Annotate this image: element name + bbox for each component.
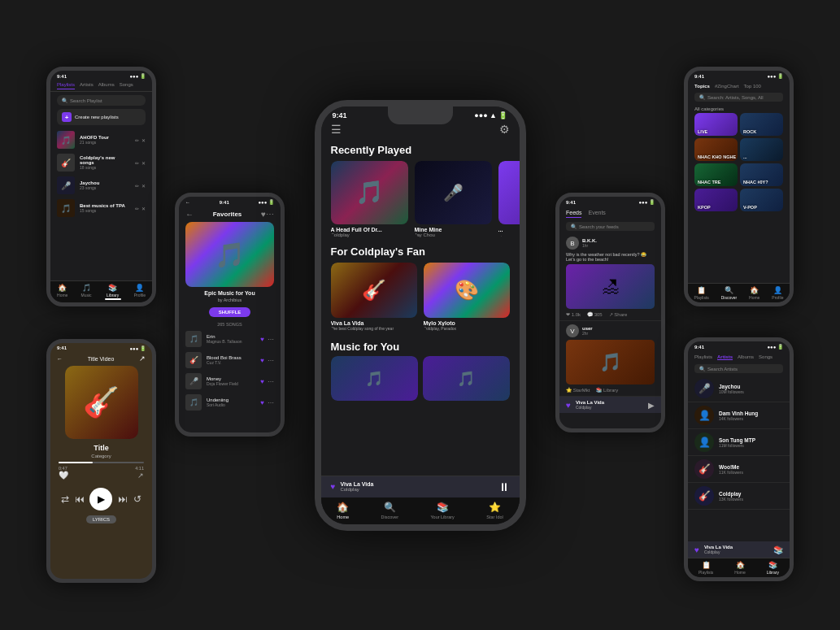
- tab-feeds[interactable]: Feeds: [566, 210, 581, 218]
- nav-star-center[interactable]: ⭐ Star Idol: [486, 502, 503, 519]
- np3-play-button[interactable]: ▶: [89, 488, 112, 511]
- nav-library-l1[interactable]: 📚Library: [105, 284, 121, 300]
- feed-library-1[interactable]: 📚 Library: [596, 387, 618, 393]
- artist-item-2[interactable]: 👤 Son Tung MTP 11M followers: [688, 429, 790, 456]
- artist-item-0[interactable]: 🎤 Jaychou 10M followers: [688, 376, 790, 402]
- feed-share-0[interactable]: ↗ Share: [609, 311, 628, 317]
- fav-track-1[interactable]: 🎸 Blood Boi Brass Cuz T.V. ♥ ⋯: [179, 350, 281, 371]
- r2-nav-discover[interactable]: 🔍Discover: [721, 286, 737, 300]
- topic-card-2[interactable]: NHAC KHO NGHE: [694, 138, 738, 161]
- search-playlist[interactable]: 🔍 Search Playlist: [57, 95, 146, 106]
- settings-icon[interactable]: ⚙: [499, 123, 510, 136]
- topic-card-7[interactable]: V-POP: [740, 189, 783, 211]
- shuffle-btn[interactable]: SHUFFLE: [209, 307, 251, 317]
- tab-topics[interactable]: Topics: [694, 84, 710, 89]
- tab-artists-r3[interactable]: Artists: [717, 354, 733, 360]
- back-icon-l2[interactable]: ←: [185, 200, 190, 205]
- nav-music-l1[interactable]: 🎵Music: [81, 284, 91, 300]
- mfy-card-1[interactable]: 🎵: [423, 356, 510, 401]
- nav-discover-center[interactable]: 🔍 Discover: [381, 502, 398, 519]
- topic-card-4[interactable]: NHAC TRE: [694, 163, 738, 186]
- track-dots-1[interactable]: ⋯: [268, 357, 274, 364]
- nav-discover-label: Discover: [381, 515, 398, 519]
- fav-track-2[interactable]: 🎤 Money Doja Flower Field ♥ ⋯: [179, 371, 281, 392]
- r3-nav-home[interactable]: 🏠Home: [734, 561, 745, 575]
- back-arrow-l2[interactable]: ←: [185, 210, 194, 219]
- np3-shuffle-icon[interactable]: ⇄: [61, 493, 69, 505]
- more-icon-l2[interactable]: ⋯: [266, 210, 274, 219]
- topics-search[interactable]: 🔍 Search: Artists, Songs, All: [694, 93, 783, 102]
- rp-card-0[interactable]: 🎵 A Head Full Of Dr... Coldplay: [331, 161, 408, 237]
- feed-likes-0[interactable]: ❤ 1.0k: [566, 311, 581, 317]
- tab-songs-r3[interactable]: Songs: [759, 354, 773, 360]
- np3-repeat-icon[interactable]: ↺: [133, 493, 141, 505]
- tab-playlists-r3[interactable]: Playlists: [694, 354, 712, 360]
- topic-card-0[interactable]: LIVE: [694, 113, 738, 136]
- tab-albums-r3[interactable]: Albums: [738, 354, 754, 360]
- r1-play-icon[interactable]: ▶: [648, 401, 655, 410]
- track-heart-0[interactable]: ♥: [260, 336, 264, 343]
- np3-share-icon[interactable]: ↗: [139, 354, 146, 363]
- track-heart-1[interactable]: ♥: [260, 357, 264, 364]
- mfy-card-0[interactable]: 🎵: [331, 356, 418, 401]
- np3-more-icon[interactable]: ↗: [137, 471, 144, 480]
- topic-card-1[interactable]: ROCK: [740, 113, 783, 136]
- track-heart-3[interactable]: ♥: [260, 399, 264, 406]
- np3-back-icon[interactable]: ←: [57, 356, 63, 362]
- track-dots-3[interactable]: ⋯: [268, 399, 274, 406]
- tab-songs-l1[interactable]: Songs: [120, 82, 133, 89]
- tab-events[interactable]: Events: [588, 210, 605, 218]
- status-icons-2: ●●● 🔋: [258, 199, 274, 205]
- np3-next-icon[interactable]: ⏭: [118, 493, 128, 505]
- topic-card-5[interactable]: NHAC #0Y?: [740, 163, 783, 186]
- r3-nav-playlists[interactable]: 📋Playlists: [699, 561, 713, 575]
- nav-home-center[interactable]: 🏠 Home: [337, 502, 349, 519]
- r3-heart-icon[interactable]: ♥: [694, 545, 699, 554]
- playlist-item[interactable]: 🎵 AHOFD Tour 21 songs ✏✕: [50, 128, 152, 151]
- lyrics-button[interactable]: LYRICS: [86, 515, 116, 524]
- tab-zing-chart[interactable]: #ZingChart: [715, 84, 739, 89]
- r3-library-icon[interactable]: 📚: [773, 545, 783, 554]
- nav-home-l1[interactable]: 🏠Home: [57, 284, 67, 300]
- track-heart-2[interactable]: ♥: [260, 378, 264, 385]
- menu-icon[interactable]: ☰: [331, 123, 342, 136]
- r3-nav-library[interactable]: 📚Library: [767, 561, 779, 575]
- r2-nav-profile[interactable]: 👤Profile: [772, 286, 783, 300]
- r2-nav-home[interactable]: 🏠Home: [749, 286, 759, 300]
- np3-progress-bar[interactable]: [59, 462, 144, 463]
- fan-card-0[interactable]: 🎸 Viva La Vida The best Coldplay song of…: [331, 263, 417, 332]
- fan-card-1[interactable]: 🎨 Mylo Xyloto Coldplay, Paradox: [424, 263, 510, 332]
- feeds-search[interactable]: 🔍 Search your feeds: [566, 222, 655, 231]
- artist-item-1[interactable]: 👤 Dam Vinh Hung 14K followers: [688, 402, 790, 429]
- rp-card-1[interactable]: 🎤 Mine Mine Jay Chou: [415, 161, 492, 237]
- artist-item-3[interactable]: 🎸 Woo!Me 11K followers: [688, 456, 790, 483]
- r2-nav-playlists[interactable]: 📋Playlists: [694, 286, 708, 300]
- playlist-item[interactable]: 🎸 Coldplay's new songs 18 songs ✏✕: [50, 151, 152, 174]
- playlist-item[interactable]: 🎤 Jaychou 23 songs ✏✕: [50, 174, 152, 197]
- tab-artists-l1[interactable]: Artists: [80, 82, 94, 89]
- nav-library-center[interactable]: 📚 Your Library: [430, 502, 454, 519]
- topic-card-3[interactable]: ...: [740, 138, 783, 161]
- track-dots-0[interactable]: ⋯: [268, 336, 274, 343]
- track-dots-2[interactable]: ⋯: [268, 378, 274, 385]
- tab-top-100[interactable]: Top 100: [744, 84, 761, 89]
- playlist-item[interactable]: 🎵 Best musics of TPA 15 songs ✏✕: [50, 197, 152, 219]
- tab-albums-l1[interactable]: Albums: [98, 82, 115, 89]
- np-play-button[interactable]: ⏸: [498, 480, 510, 493]
- feed-comments-0[interactable]: 💬 305: [587, 311, 603, 317]
- feed-star-1[interactable]: ⭐ StarMkt: [566, 387, 590, 393]
- topic-card-6[interactable]: KPOP: [694, 189, 738, 211]
- tab-playlists[interactable]: Playlists: [57, 82, 75, 89]
- r1-heart-icon[interactable]: ♥: [566, 401, 571, 410]
- np3-prev-icon[interactable]: ⏮: [75, 493, 85, 505]
- artists-search[interactable]: 🔍 Search Artists: [694, 364, 783, 373]
- rp-card-2[interactable]: 🎸 ... ...: [498, 161, 520, 237]
- nav-profile-l1[interactable]: 👤Profile: [134, 284, 146, 300]
- fav-track-3[interactable]: 🎵 Undeniing Sori Audio ♥ ⋯: [179, 392, 281, 413]
- track-actions-2: ♥ ⋯: [260, 378, 274, 385]
- artist-item-4[interactable]: 🎸 Coldplay 13K followers: [688, 483, 790, 510]
- np-heart-icon[interactable]: ♥: [331, 482, 336, 491]
- fav-track-0[interactable]: 🎵 Erin Magnus B. Tallason ♥ ⋯: [179, 328, 281, 350]
- create-playlist-btn[interactable]: + Create new playlists: [57, 109, 146, 125]
- np3-heart-icon[interactable]: 🤍: [59, 471, 68, 480]
